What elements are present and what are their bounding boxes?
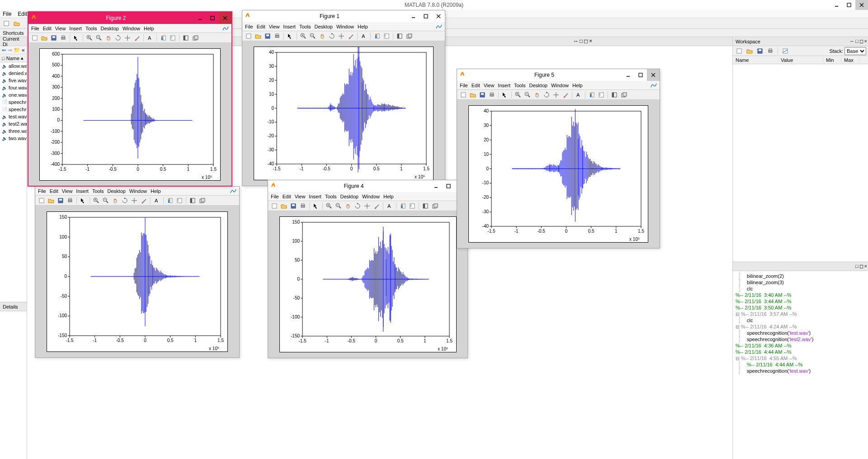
menu-view[interactable]: View <box>269 24 280 29</box>
rotate-button[interactable] <box>113 33 123 42</box>
brush-button[interactable] <box>561 90 570 99</box>
figure-window-2[interactable]: Figure 2 FileEditViewInsertToolsDesktopW… <box>28 11 232 187</box>
save-button[interactable] <box>49 33 58 42</box>
undock-button[interactable] <box>405 32 414 41</box>
figure-titlebar[interactable]: Figure 1 <box>242 10 445 22</box>
colorbar-button[interactable] <box>165 196 175 205</box>
axes[interactable]: 403020100-10-20-30-40-1.5-1-0.500.511.5x… <box>254 47 434 180</box>
file-row[interactable]: speechre <box>0 98 27 106</box>
undock-button[interactable] <box>619 90 628 99</box>
data-cursor-button[interactable] <box>337 32 346 41</box>
menu-desktop[interactable]: Desktop <box>340 194 359 199</box>
max-icon[interactable]: ◻ <box>859 38 863 44</box>
brush-button[interactable] <box>372 201 381 211</box>
rotate-button[interactable] <box>353 201 362 211</box>
insert-text-button[interactable] <box>359 32 368 41</box>
legend-button[interactable] <box>597 90 606 99</box>
legend-button[interactable] <box>408 201 417 211</box>
pointer-button[interactable] <box>79 196 88 205</box>
menu-file[interactable]: File <box>271 194 279 199</box>
menu-edit[interactable]: Edit <box>257 24 265 29</box>
figure-window-4[interactable]: Figure 4 FileEditViewInsertToolsDesktopW… <box>268 180 468 358</box>
new-button[interactable] <box>2 19 11 28</box>
menu-window[interactable]: Window <box>362 194 380 199</box>
close-button[interactable] <box>219 12 231 24</box>
dock-button[interactable] <box>421 201 430 211</box>
menu-file[interactable]: File <box>31 26 39 31</box>
current-dir-header[interactable]: Current Di <box>0 37 27 46</box>
undock-icon[interactable]: □ <box>855 38 859 44</box>
folder-icon[interactable]: 📁 <box>14 47 20 53</box>
file-row[interactable]: one.wav <box>0 91 27 98</box>
ws-print-button[interactable] <box>766 47 775 56</box>
zoom-out-button[interactable] <box>308 32 317 41</box>
file-row[interactable]: three.wa <box>0 127 27 135</box>
pointer-button[interactable] <box>72 33 81 42</box>
zoom-out-button[interactable] <box>523 90 532 99</box>
undock-icon[interactable]: □ <box>580 38 583 44</box>
main-maximize-button[interactable] <box>843 0 855 10</box>
insert-text-button[interactable] <box>152 196 161 205</box>
data-cursor-button[interactable] <box>363 201 372 211</box>
colorbar-button[interactable] <box>373 32 382 41</box>
menu-insert[interactable]: Insert <box>69 26 82 31</box>
legend-button[interactable] <box>175 196 184 205</box>
pan-button[interactable] <box>318 32 327 41</box>
pan-button[interactable] <box>104 33 113 42</box>
maximize-button[interactable] <box>206 12 219 24</box>
close-button[interactable] <box>647 69 660 81</box>
print-button[interactable] <box>487 90 496 99</box>
close-icon[interactable]: × <box>589 38 592 44</box>
figure-window-1[interactable]: Figure 1 FileEditViewInsertToolsDesktopW… <box>242 10 445 186</box>
open-button[interactable] <box>468 90 477 99</box>
menu-view[interactable]: View <box>62 188 73 194</box>
save-button[interactable] <box>56 196 65 205</box>
maximize-button[interactable] <box>634 69 647 81</box>
ws-plot-button[interactable] <box>781 47 790 56</box>
axes[interactable]: 403020100-10-20-30-40-1.5-1-0.500.511.5x… <box>468 105 648 243</box>
data-cursor-button[interactable] <box>552 90 561 99</box>
menu-file[interactable]: File <box>38 188 46 194</box>
colorbar-button[interactable] <box>159 33 168 42</box>
menu-insert[interactable]: Insert <box>76 188 89 194</box>
undock-button[interactable] <box>430 201 439 211</box>
menu-window[interactable]: Window <box>336 24 354 29</box>
zoom-out-button[interactable] <box>101 196 110 205</box>
workspace-header[interactable]: Workspace ↔ □ ◻ × <box>733 37 868 46</box>
data-cursor-button[interactable] <box>123 33 132 42</box>
details-header[interactable]: Details <box>0 302 27 311</box>
figure-window-3[interactable]: FileEditViewInsertToolsDesktopWindowHelp… <box>35 186 240 358</box>
file-row[interactable]: test2.wav <box>0 120 27 127</box>
menu-tools[interactable]: Tools <box>85 26 97 31</box>
curve-icon[interactable] <box>230 188 236 194</box>
menu-tools[interactable]: Tools <box>514 83 526 88</box>
menu-file[interactable]: File <box>460 83 468 88</box>
brush-button[interactable] <box>132 33 142 42</box>
data-cursor-button[interactable] <box>130 196 139 205</box>
menu-window[interactable]: Window <box>551 83 569 88</box>
dock-button[interactable] <box>610 90 619 99</box>
curve-icon[interactable] <box>651 82 657 89</box>
open-button[interactable] <box>12 19 21 28</box>
menu-insert[interactable]: Insert <box>309 194 321 199</box>
open-button[interactable] <box>279 201 288 211</box>
menu-tools[interactable]: Tools <box>299 24 311 29</box>
command-history[interactable]: bilinear_zoom(2)bilinear_zoom(3)clc%-- 2… <box>733 271 868 376</box>
colorbar-button[interactable] <box>587 90 596 99</box>
file-row[interactable]: five.wav <box>0 77 27 84</box>
menu-edit[interactable]: Edit <box>283 194 291 199</box>
print-button[interactable] <box>66 196 75 205</box>
menu-help[interactable]: Help <box>358 24 368 29</box>
save-button[interactable] <box>478 90 487 99</box>
legend-button[interactable] <box>382 32 391 41</box>
menu-view[interactable]: View <box>55 26 66 31</box>
rotate-button[interactable] <box>542 90 551 99</box>
menu-help[interactable]: Help <box>151 188 161 194</box>
close-button[interactable] <box>432 10 445 22</box>
insert-text-button[interactable] <box>385 201 394 211</box>
menu-file[interactable]: File <box>3 11 11 17</box>
max-icon[interactable]: ◻ <box>859 263 863 269</box>
file-row[interactable]: denied.w <box>0 70 27 77</box>
zoom-in-button[interactable] <box>514 90 523 99</box>
maximize-button[interactable] <box>420 10 432 22</box>
